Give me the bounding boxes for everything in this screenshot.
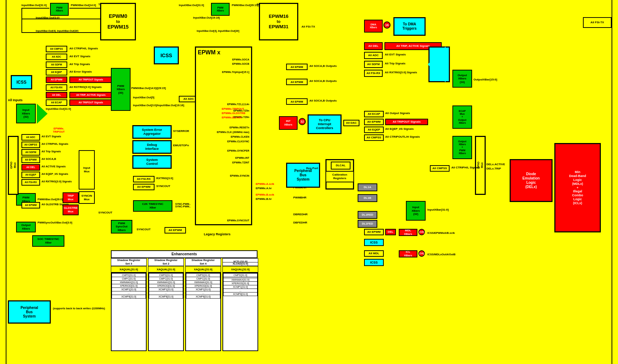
all-fsi-rx-left: All FSI-RX [46,84,67,91]
all-ecap-right: All ECAP [364,111,384,117]
line-pwmxbar-epwm0-15 [69,8,100,9]
epwmx-tripout-lower-left: EPWMx.TRIPOUT [53,127,65,133]
pwm-xbars-top-left: PWMXBars [50,3,69,16]
all-rxtrig-lower-left: All RXTRIG[3:0] Signals [41,180,72,183]
all-trip-signals-lower-left: All Trip Signals [41,150,61,153]
epwmx-a-hr: EPWMx.A.hr [256,187,272,190]
all-adc-left: All ADC [46,54,67,60]
all-cmpss-right: All CMPSS [364,134,384,141]
input-xbars-32-right: InputXBars(32) [406,201,426,221]
all-cmpss-right-upper: All CMPSS [430,165,450,172]
all-evt-signals-left: All EVT Signals [69,55,90,58]
xload-31-0-active: XLOAD[31:0] [222,262,258,266]
icl-xbars-16: ICLXBars [399,250,417,257]
all-ctriph-l-signals-1: All CTRIPH/L Signals [69,47,98,50]
all-cmpss-1: All CMPSS [46,46,67,52]
to-dma-triggers: To DMATriggers [393,17,426,36]
sync-pwm-labels: SYNC-PWM..SYNC-PWM.. [175,203,191,208]
input-xbars-arrow-right [37,104,48,124]
all-ecap-left: All ECAP [46,99,67,106]
inputxbar-out-4-20-left: InputXBar.Out[4], InputXBar.Out[20] [36,30,78,32]
debug-interface: DebugInterface [132,140,172,154]
epwm0-to-epwm15: EPWM0 to EPWM15 [100,3,136,40]
epwm16-to-epwm31: EPWM16 to EPWM31 [259,3,298,40]
all-mdl: All MDL [364,250,384,257]
epwmx-blank-center: EPWMx.BLANK [222,116,242,119]
all-ctriph-l-right: All CTRIPH/L Signals [451,166,480,169]
rxtrig-center: RXTRIG[3:0] [156,177,173,180]
inputxbar-out-31-0-top-left: InputXBar.Out[31:0] [21,4,46,7]
all-fsi-tx-right: All FSI-TX [301,25,315,28]
del-badge-right: DEL [385,229,396,235]
all-fsi-tx-far: All FSI-TX [583,17,612,28]
all-eqep-lower-left: All EQEP [21,172,40,178]
all-epwm-soca-b-3: All EPWM [286,98,308,105]
reg-table-set3: CMPD[31:0] CMPC[31:0] XMINMAX[31:0] XPER… [111,272,147,351]
epwmx-b-hr: EPWMx.B.hr [256,197,272,201]
inputxbar-out-19-16: InputXBar.Out[19:16] [193,16,220,19]
all-evt-signals-lower-left: All EVT Signals [41,135,61,138]
outputxbar-15-0: OutputXBar[15:0] [474,78,497,81]
icss-mdlx-outa-outb: ICSS/MDLxOutA/OutB [427,253,456,256]
syncout-label-left: SYNCOUT [98,211,112,214]
dl1fed: DL1FED [358,220,377,228]
reg-port: Reg Port [306,167,318,170]
int-xbars: INTXBars [279,116,298,130]
to-cpu-interrupt: To CPUInterruptControllers [308,114,342,134]
epwmx-tripout-center: EPWMx.TRIPOUT [222,107,244,110]
syserror-label: SYSERROR [173,129,189,133]
all-soca-b-lower-left: All SOCA,B [41,157,56,161]
dma-16-badge: 16 [383,21,391,29]
all-evt-signals-right: All EVT Signals [385,53,406,56]
xaqual-31-0-set2: XAQUAL[31:0] [148,266,184,272]
inputxbar-out-31-0-top-center: InputXBar.Out[31:0] [179,4,204,7]
input-mux-left-lower: InputMux [79,150,95,190]
all-inputs: All Inputs [8,98,23,102]
line-inputxbar-4-20-left [21,32,100,33]
inputxbar-out-5: InputXBar.Out[5] [133,96,154,99]
xaqual-31-0-active: XAQUAL[31:0] [222,266,258,272]
all-sdfm-right: All SDFM [364,61,383,68]
supports-back-writes: (supports back to back writes @200MHz) [53,307,105,310]
all-eqep-is-right: All EQEP_I/S Signals [385,127,414,131]
all-output-signals-right: All Output Signals [385,112,410,115]
all-eqep-is-signals: All EQEP_I/S Signals [41,172,68,176]
soc-timesync-xbar: SOC TIMESYNCXBar [32,235,64,247]
mdl-16-badge: (16) [418,229,425,235]
all-del-left: All DEL [46,92,67,98]
shadow-reg-set4-header: Shadow RegisterSet 4 [185,258,221,266]
all-soca-b-outputs-2: All SOCA,B Outputs [309,79,337,83]
icss-center: ICSS [154,46,179,64]
all-epwm-red-left: All EPWM [46,77,67,83]
int-32-badge: 32 [299,118,306,125]
border-left [0,0,6,364]
dbredhr-label: DBREDHR [293,213,308,216]
all-error-signals-left: All Error Signals [69,70,92,73]
gpio-mux-left: GPIOMux [8,136,19,195]
input-xbars-32-left: InputXBars(32) [16,104,36,123]
all-trip-signals-left: All Trip Signals [69,63,90,66]
all-ctripoutl-h-right: All CTRIPOUTL/H Signals [385,135,420,138]
all-rxtrig-signals-right: All RXTRIG[3:0] Signals [385,71,417,74]
syncout-center: SYNCOUT [156,185,170,188]
xaqual-31-0-set4: XAQUAL[31:0] [185,266,221,272]
all-eqep-left: All EQEP [46,69,67,75]
epwm-x-large: EPWM x EPWMx.SOCA EPWMx.SOCB EPWMx.TripI… [195,46,252,225]
diode-emulation-logic: DiodeEmulationLogic(DELx) [510,159,553,202]
pwmbhr-label: PWMBHR [293,196,306,199]
all-epwm-syncout: All EPWM [165,227,186,233]
epwmx-gldstrb-center: EPWMx.GLDSTRB [222,112,245,115]
all-epwm-lower-left: All EPWM [21,157,40,163]
system-control: SystemControl [132,155,172,169]
gpio-mux-right: GPIOMux [475,136,486,195]
reg-table-set2: CMPD[31:0] CMPC[31:0] XMINMAX[31:0] XPER… [148,272,184,351]
epwmx-a-sclk: EPWMx.A.sclk [256,182,274,186]
all-tripout-ecap-left: All TRIPOUT Signals [69,99,112,106]
dl1a: DL1A [358,183,377,191]
all-fsi-rx-lower-left: All FSI-RX [21,179,40,186]
all-fsi-rx-center: All FSI-RX [133,176,154,182]
epwmx-b-sclk: EPWMx.B.sclk [256,193,274,196]
syncout-bottom: SYNCOUT [137,228,151,231]
dbfedhr-label: DBFEDHR [293,221,307,224]
legacy-registers: Legacy Registers [204,232,231,236]
